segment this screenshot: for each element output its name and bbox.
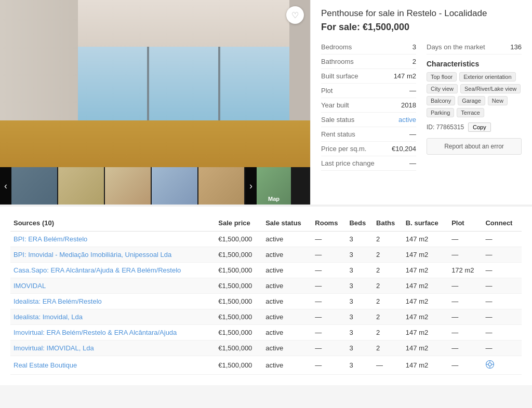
sale-status-cell: active [262, 294, 312, 309]
rooms-cell: — [312, 294, 346, 309]
beds-cell: 3 [346, 263, 373, 278]
tag-sea-view: Sea/River/Lake view [460, 84, 521, 93]
property-price: For sale: €1,500,000 [321, 22, 522, 33]
connect-cell: — [482, 309, 522, 325]
spec-bathrooms: Bathrooms 2 [321, 55, 416, 69]
source-link[interactable]: Real Estate Boutique [14, 361, 77, 369]
source-link[interactable]: Casa.Sapo: ERA Alcântara/Ajuda & ERA Bel… [14, 266, 181, 274]
prev-button[interactable]: ‹ [0, 167, 11, 205]
sources-section: Sources (10) Sale price Sale status Room… [0, 207, 532, 385]
baths-cell: 2 [373, 232, 403, 247]
plot-cell: — [448, 278, 482, 294]
sale-status-cell: active [262, 263, 312, 278]
spec-year-built: Year built 2018 [321, 98, 416, 113]
tag-parking: Parking [427, 108, 454, 117]
plot-cell: 172 m2 [448, 263, 482, 278]
tag-new: New [488, 96, 508, 105]
spec-built-surface: Built surface 147 m2 [321, 69, 416, 84]
baths-cell: 2 [373, 278, 403, 294]
source-name[interactable]: Imovirtual: IMOVIDAL, Lda [10, 341, 215, 356]
beds-cell: 3 [346, 294, 373, 309]
report-error-button[interactable]: Report about an error [427, 138, 522, 155]
spec-bathrooms-label: Bathrooms [321, 58, 354, 65]
b-surface-cell: 147 m2 [403, 278, 448, 294]
baths-cell: 2 [373, 247, 403, 263]
thumbnail-4[interactable] [152, 167, 197, 205]
sale-price-cell: €1,500,000 [215, 232, 262, 247]
source-name[interactable]: BPI: Imovidal - Mediação Imobiliária, Un… [10, 247, 215, 263]
plot-cell: — [448, 325, 482, 341]
source-link[interactable]: Imovirtual: ERA Belém/Restelo & ERA Alcâ… [14, 329, 177, 336]
table-row: Idealista: Imovidal, Lda €1,500,000 acti… [10, 309, 522, 325]
source-link[interactable]: IMOVIDAL [14, 282, 46, 290]
thumbnail-3[interactable] [105, 167, 151, 205]
sources-table: Sources (10) Sale price Sale status Room… [10, 215, 522, 375]
source-name[interactable]: IMOVIDAL [10, 278, 215, 294]
table-row: Imovirtual: ERA Belém/Restelo & ERA Alcâ… [10, 325, 522, 341]
tag-city-view: City view [427, 84, 458, 93]
spec-price-sqm: Price per sq.m. €10,204 [321, 142, 416, 156]
connect-cell: — [482, 325, 522, 341]
source-link[interactable]: BPI: Imovidal - Mediação Imobiliária, Un… [14, 251, 171, 259]
b-surface-cell: 147 m2 [403, 232, 448, 247]
image-panel: ♡ ‹ › Map [0, 0, 310, 205]
thumbnail-5[interactable] [198, 167, 244, 205]
source-name[interactable]: Idealista: ERA Belém/Restelo [10, 294, 215, 309]
col-sale-price: Sale price [215, 215, 262, 232]
source-link[interactable]: Idealista: Imovidal, Lda [14, 313, 83, 321]
table-row: Idealista: ERA Belém/Restelo €1,500,000 … [10, 294, 522, 309]
baths-cell: 2 [373, 325, 403, 341]
spec-plot-value: — [409, 87, 416, 94]
baths-cell: 2 [373, 294, 403, 309]
plot-cell: — [448, 356, 482, 375]
days-on-market: Days on the market 136 [427, 40, 522, 55]
source-link[interactable]: BPI: ERA Belém/Restelo [14, 235, 87, 243]
thumbnail-2[interactable] [58, 167, 104, 205]
source-name[interactable]: Idealista: Imovidal, Lda [10, 309, 215, 325]
spec-rent-status: Rent status — [321, 127, 416, 142]
heart-icon: ♡ [291, 10, 299, 20]
thumbnail-1[interactable] [11, 167, 57, 205]
connect-cell: — [482, 263, 522, 278]
beds-cell: 3 [346, 341, 373, 356]
right-column: Days on the market 136 Characteristics T… [427, 40, 522, 171]
table-row: IMOVIDAL €1,500,000 active — 3 2 147 m2 … [10, 278, 522, 294]
map-thumbnail[interactable]: Map [257, 167, 291, 205]
baths-cell: 2 [373, 341, 403, 356]
table-row: BPI: Imovidal - Mediação Imobiliária, Un… [10, 247, 522, 263]
source-name[interactable]: Imovirtual: ERA Belém/Restelo & ERA Alcâ… [10, 325, 215, 341]
b-surface-cell: 147 m2 [403, 294, 448, 309]
source-name[interactable]: BPI: ERA Belém/Restelo [10, 232, 215, 247]
favorite-button[interactable]: ♡ [286, 6, 304, 24]
sale-price-cell: €1,500,000 [215, 309, 262, 325]
sale-status-cell: active [262, 341, 312, 356]
col-plot: Plot [448, 215, 482, 232]
rooms-cell: — [312, 247, 346, 263]
source-name[interactable]: Real Estate Boutique [10, 356, 215, 375]
sale-status-cell: active [262, 232, 312, 247]
map-label: Map [268, 196, 280, 202]
table-row: BPI: ERA Belém/Restelo €1,500,000 active… [10, 232, 522, 247]
col-sale-status: Sale status [262, 215, 312, 232]
source-link[interactable]: Idealista: ERA Belém/Restelo [14, 297, 102, 305]
spec-bathrooms-value: 2 [413, 58, 416, 65]
beds-cell: 3 [346, 278, 373, 294]
main-image: ♡ [0, 0, 310, 167]
source-name[interactable]: Casa.Sapo: ERA Alcântara/Ajuda & ERA Bel… [10, 263, 215, 278]
spec-bedrooms: Bedrooms 3 [321, 40, 416, 55]
col-b-surface: B. surface [403, 215, 448, 232]
tag-terrace: Terrace [457, 108, 484, 117]
plot-cell: — [448, 309, 482, 325]
sale-price-cell: €1,500,000 [215, 325, 262, 341]
spec-last-price: Last price change — [321, 156, 416, 171]
sale-status-cell: active [262, 325, 312, 341]
connect-cell[interactable] [482, 356, 522, 375]
tag-garage: Garage [458, 96, 485, 105]
next-button[interactable]: › [245, 167, 257, 205]
id-row: ID: 77865315 Copy [427, 123, 522, 132]
source-link[interactable]: Imovirtual: IMOVIDAL, Lda [14, 344, 94, 352]
sale-price-cell: €1,500,000 [215, 278, 262, 294]
copy-button[interactable]: Copy [468, 123, 491, 132]
tag-exterior: Exterior orientation [459, 72, 515, 81]
rooms-cell: — [312, 278, 346, 294]
